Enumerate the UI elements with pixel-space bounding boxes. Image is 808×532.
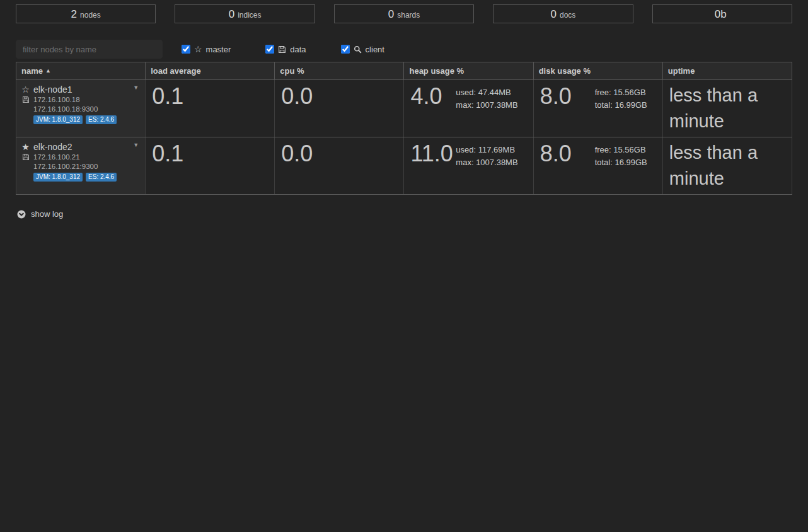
heap-max: max: 1007.38MB [456,156,517,169]
master-star-icon: ★ [21,142,30,151]
load-average-cell: 0.1 [146,80,275,137]
master-eligible-star-icon: ☆ [21,85,30,94]
docs-label: docs [560,11,575,20]
data-node-floppy-icon [21,96,30,103]
node-transport-address: 172.16.100.18:9300 [33,105,140,113]
sort-asc-icon: ▲ [45,67,51,74]
cluster-stats-row: 2 nodes 0 indices 0 shards 0 docs 0b [16,4,792,23]
column-header-heap-usage[interactable]: heap usage % [404,62,533,80]
shards-label: shards [397,11,420,20]
jvm-version-badge: JVM: 1.8.0_312 [33,173,83,182]
disk-usage-cell: 8.0 free: 15.56GB total: 16.99GB [533,80,662,137]
show-log-button[interactable]: show log [17,209,63,219]
cpu-value: 0.0 [275,137,403,165]
show-log-label: show log [31,209,63,219]
client-filter-label: client [366,45,384,54]
stat-shards: 0 shards [334,4,474,23]
master-filter[interactable]: ☆ master [182,45,231,54]
cpu-value: 0.0 [275,80,403,108]
node-name-cell: ★ elk-node2 172.16.100.21 [16,137,146,195]
disk-total: total: 16.99GB [595,156,647,169]
node-ip: 172.16.100.21 [33,153,80,161]
stat-docs: 0 docs [493,4,633,23]
node-ip: 172.16.100.18 [33,96,80,103]
column-header-name-label: name [21,66,43,76]
cpu-cell: 0.0 [275,137,404,195]
nodes-label: nodes [80,11,101,20]
stat-nodes: 2 nodes [16,4,156,23]
node-actions-caret-icon[interactable]: ▼ [133,84,139,91]
stat-indices: 0 indices [175,4,315,23]
chevron-circle-down-icon [17,210,26,219]
es-version-badge: ES: 2.4.6 [86,173,117,182]
heap-usage-cell: 4.0 used: 47.44MB max: 1007.38MB [404,80,533,137]
floppy-icon [278,45,286,54]
disk-free: free: 15.56GB [595,86,647,99]
column-header-uptime[interactable]: uptime [662,62,792,80]
shards-count: 0 [388,8,394,21]
cpu-cell: 0.0 [275,80,404,137]
es-version-badge: ES: 2.4.6 [86,115,117,124]
heap-max: max: 1007.38MB [456,99,517,112]
disk-percent-value: 8.0 [534,137,572,165]
column-header-load-average[interactable]: load average [146,62,275,80]
uptime-cell: less than a minute [662,137,792,195]
data-filter-checkbox[interactable] [265,45,274,54]
heap-percent-value: 4.0 [404,80,442,108]
client-filter-checkbox[interactable] [341,45,350,54]
disk-percent-value: 8.0 [534,80,572,108]
indices-count: 0 [229,8,234,21]
jvm-version-badge: JVM: 1.8.0_312 [33,115,83,124]
search-icon [354,45,362,54]
load-average-cell: 0.1 [146,137,275,195]
disk-usage-cell: 8.0 free: 15.56GB total: 16.99GB [533,137,662,195]
node-row-elk-node1: ☆ elk-node1 172.16.100.18 [16,80,792,137]
table-header-row: name▲ load average cpu % heap usage % di… [16,62,792,80]
heap-used: used: 47.44MB [456,86,517,99]
heap-usage-cell: 11.0 used: 117.69MB max: 1007.38MB [404,137,533,195]
node-row-elk-node2: ★ elk-node2 172.16.100.21 [16,137,792,195]
column-header-disk-usage[interactable]: disk usage % [533,62,662,80]
load-average-value: 0.1 [146,137,274,165]
node-actions-caret-icon[interactable]: ▼ [133,142,139,148]
column-header-cpu[interactable]: cpu % [275,62,404,80]
uptime-cell: less than a minute [662,80,792,137]
heap-used: used: 117.69MB [456,144,517,156]
nodes-table: name▲ load average cpu % heap usage % di… [16,62,792,195]
data-filter-label: data [290,45,306,54]
indices-label: indices [238,11,261,20]
heap-percent-value: 11.0 [404,137,453,165]
master-filter-label: master [206,45,231,54]
stat-size: 0b [652,4,792,23]
nodes-count: 2 [71,8,77,21]
master-filter-checkbox[interactable] [182,45,190,54]
data-node-floppy-icon [21,153,30,161]
node-transport-address: 172.16.100.21:9300 [33,163,140,170]
filter-row: ☆ master data client [16,40,792,59]
node-name: elk-node2 [33,142,72,152]
column-header-name[interactable]: name▲ [16,62,146,80]
load-average-value: 0.1 [146,80,274,108]
node-filter-input[interactable] [16,40,163,59]
docs-count: 0 [551,8,557,21]
node-name-cell: ☆ elk-node1 172.16.100.18 [16,80,146,137]
size-value: 0b [715,8,727,21]
data-filter[interactable]: data [265,45,306,54]
disk-free: free: 15.56GB [595,144,647,156]
node-name: elk-node1 [33,84,72,95]
star-outline-icon: ☆ [194,45,202,54]
cluster-overview-page: 2 nodes 0 indices 0 shards 0 docs 0b ☆ m… [0,0,808,221]
disk-total: total: 16.99GB [595,99,647,112]
client-filter[interactable]: client [341,45,384,54]
